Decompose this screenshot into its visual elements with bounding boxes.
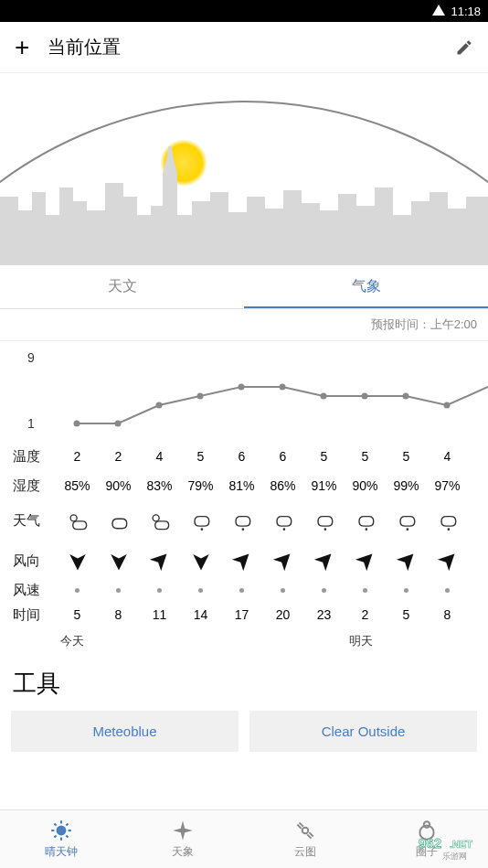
label-tomorrow: 明天: [349, 633, 373, 649]
temperature-chart: 9 1: [0, 341, 488, 442]
clear-outside-button[interactable]: Clear Outside: [249, 711, 477, 752]
svg-point-8: [403, 393, 409, 400]
y-axis-max: 9: [27, 350, 35, 365]
speed-dot: [345, 581, 386, 600]
nav-clouds[interactable]: 云图: [244, 810, 366, 868]
speed-dot: [139, 581, 180, 600]
wind-arrow-icon: [224, 542, 260, 579]
temp-cell: 4: [139, 442, 180, 471]
wind-arrow-icon: [388, 542, 425, 579]
speed-dot: [303, 581, 345, 600]
tab-astronomy[interactable]: 天文: [0, 265, 244, 308]
humidity-cell: 81%: [221, 471, 262, 500]
wind-arrow-icon: [347, 542, 384, 579]
svg-point-0: [74, 421, 80, 427]
svg-point-3: [197, 393, 204, 400]
add-location-icon[interactable]: +: [15, 35, 29, 60]
wind-arrow-cell: [427, 541, 468, 581]
nav-clock[interactable]: 晴天钟: [0, 810, 122, 868]
temp-cell: 6: [221, 442, 262, 471]
edit-icon[interactable]: [455, 38, 473, 57]
row-weather: 天气: [0, 500, 488, 541]
temp-cell: 5: [345, 442, 386, 471]
wind-arrow-cell: [180, 541, 221, 581]
partly-cloudy-icon: [65, 508, 90, 533]
temp-cell: 2: [98, 442, 139, 471]
day-labels: 今天 明天: [0, 629, 488, 660]
humidity-cell: 99%: [386, 471, 427, 500]
chart-line: [0, 350, 488, 442]
wind-arrow-icon: [265, 542, 302, 579]
wind-arrow-cell: [386, 541, 427, 581]
humidity-cell: 90%: [98, 471, 139, 500]
svg-line-25: [66, 835, 68, 837]
drizzle-icon: [435, 508, 461, 533]
nav-sky[interactable]: 天象: [122, 810, 245, 868]
time-cell: 2: [345, 600, 386, 629]
label-humidity: 湿度: [0, 477, 57, 495]
tool-buttons: Meteoblue Clear Outside: [0, 711, 488, 752]
star-icon: [171, 819, 195, 842]
weather-icon-cell: [427, 500, 468, 541]
svg-text:乐游网: 乐游网: [442, 852, 467, 861]
svg-point-10: [70, 515, 77, 521]
svg-point-1: [115, 421, 122, 427]
svg-text:.NET: .NET: [450, 839, 472, 850]
forecast-time: 预报时间：上午2:00: [0, 309, 488, 341]
hero-skyline: [0, 73, 488, 265]
row-temperature: 温度 2 2 4 5 6 6 5 5 5 4: [0, 442, 488, 471]
tab-weather[interactable]: 气象: [244, 265, 488, 308]
meteoblue-button[interactable]: Meteoblue: [11, 711, 239, 752]
weather-icon-cell: [57, 500, 98, 541]
temp-cell: 6: [262, 442, 303, 471]
sun-clock-icon: [49, 819, 73, 842]
speed-dot: [221, 581, 262, 600]
time-cell: 5: [57, 600, 98, 629]
tools-heading: 工具: [0, 660, 488, 711]
label-weather: 天气: [0, 512, 57, 530]
weather-icon-cell: [262, 500, 303, 541]
svg-line-27: [66, 823, 68, 825]
weather-icon-cell: [345, 500, 386, 541]
svg-text:962: 962: [419, 835, 441, 851]
humidity-cell: 90%: [345, 471, 386, 500]
y-axis-min: 1: [27, 416, 35, 431]
nav-label: 天象: [172, 844, 194, 860]
drizzle-icon: [271, 508, 296, 533]
svg-line-24: [54, 823, 56, 825]
wind-arrow-icon: [106, 548, 132, 573]
satellite-icon: [293, 819, 317, 842]
humidity-cell: 86%: [262, 471, 303, 500]
svg-point-18: [447, 528, 450, 530]
time-cell: 5: [386, 600, 427, 629]
wind-arrow-icon: [65, 548, 90, 573]
svg-line-26: [54, 835, 56, 837]
speed-dot: [57, 581, 98, 600]
svg-point-28: [302, 828, 309, 834]
wind-arrow-icon: [430, 542, 466, 579]
drizzle-icon: [394, 508, 419, 533]
status-time: 11:18: [451, 5, 481, 18]
bottom-nav: 晴天钟 天象 云图 圈子: [0, 809, 488, 868]
humidity-cell: 97%: [427, 471, 468, 500]
svg-point-14: [282, 528, 285, 530]
weather-icon-cell: [98, 500, 139, 541]
time-cell: 11: [139, 600, 180, 629]
svg-point-5: [280, 384, 286, 391]
time-cell: 20: [262, 600, 303, 629]
wind-arrow-cell: [98, 541, 139, 581]
row-time: 时间 5 8 11 14 17 20 23 2 5 8: [0, 600, 488, 629]
svg-point-19: [56, 826, 66, 836]
wind-arrow-cell: [262, 541, 303, 581]
temp-cell: 5: [386, 442, 427, 471]
svg-point-17: [406, 528, 408, 530]
drizzle-icon: [312, 508, 337, 533]
humidity-cell: 85%: [57, 471, 98, 500]
row-humidity: 湿度 85% 90% 83% 79% 81% 86% 91% 90% 99% 9…: [0, 471, 488, 500]
speed-dot: [180, 581, 221, 600]
wind-arrow-icon: [142, 542, 178, 579]
svg-point-15: [324, 528, 326, 530]
time-cell: 14: [180, 600, 221, 629]
label-temp: 温度: [0, 448, 57, 466]
nav-label: 云图: [294, 844, 316, 860]
